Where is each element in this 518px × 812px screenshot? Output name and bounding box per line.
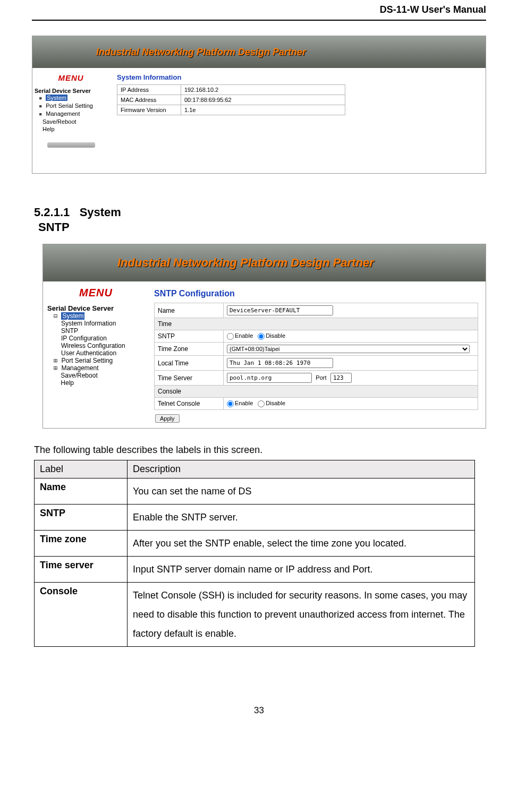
label-name: Name: [155, 303, 224, 318]
table-row: Time zoneAfter you set the SNTP enable, …: [35, 531, 475, 557]
menu-item-sntp[interactable]: SNTP: [47, 327, 145, 335]
description-table: Label Description NameYou can set the na…: [34, 460, 475, 647]
section-console: Console: [155, 386, 478, 398]
system-info-table: IP Address192.168.10.2 MAC Address00:17:…: [117, 84, 345, 115]
table-row: SNTPEnable the SNTP server.: [35, 505, 475, 531]
name-input[interactable]: [227, 305, 333, 315]
table-row: Firmware Version1.1e: [117, 105, 345, 115]
label-timezone: Time Zone: [155, 343, 224, 356]
panel-title: System Information: [117, 73, 478, 81]
screenshot-system-info: Industrial Networking Platform Design Pa…: [32, 36, 486, 174]
header-rule: [32, 20, 486, 21]
menu-item-save[interactable]: ▪ Save/Reboot: [35, 118, 107, 125]
menu-heading: Serial Device Server: [47, 304, 145, 312]
page-number: 33: [32, 705, 486, 716]
sntp-form: Name Time SNTP Enable Disable Time Zone …: [154, 303, 478, 410]
telnet-radio-group: Enable Disable: [224, 398, 478, 410]
col-header-label: Label: [35, 460, 128, 478]
timezone-select[interactable]: (GMT+08:00)Taipei: [227, 345, 470, 353]
menu-item-save[interactable]: ⊞ Save/Reboot: [47, 372, 145, 379]
section-heading: 5.2.1.1 System: [34, 206, 486, 219]
table-row: NameYou can set the name of DS: [35, 478, 475, 505]
menu-item-sysinfo[interactable]: System Information: [47, 320, 145, 327]
content-panel: System Information IP Address192.168.10.…: [109, 68, 486, 153]
label-localtime: Local Time: [155, 356, 224, 371]
table-row: IP Address192.168.10.2: [117, 85, 345, 95]
app-banner: Industrial Networking Platform Design Pa…: [32, 36, 486, 68]
menu-decoration: [47, 142, 95, 148]
sntp-radio-group: Enable Disable: [224, 330, 478, 343]
table-row: Time serverInput SNTP server domain name…: [35, 557, 475, 583]
port-input[interactable]: [330, 373, 352, 383]
menu-logo: MENU: [47, 287, 145, 299]
menu-item-mgmt[interactable]: ⊞ Management: [47, 364, 145, 372]
label-timeserver: Time Server: [155, 371, 224, 386]
col-header-desc: Description: [128, 460, 475, 478]
document-header: DS-11-W User's Manual: [32, 0, 486, 20]
menu-item-system[interactable]: ▪ System: [35, 94, 107, 102]
localtime-input[interactable]: [227, 358, 333, 368]
menu-logo: MENU: [35, 73, 107, 82]
banner-title: Industrial Networking Platform Design Pa…: [96, 47, 306, 58]
label-port: Port: [316, 374, 326, 381]
menu-item-port[interactable]: ▪ Port Serial Setting: [35, 102, 107, 110]
screenshot-sntp: Industrial Networking Platform Design Pa…: [43, 244, 486, 429]
telnet-enable-radio[interactable]: [227, 400, 234, 407]
menu-item-help[interactable]: ⊞ Help: [47, 379, 145, 387]
timeserver-input[interactable]: [227, 373, 312, 383]
section-time: Time: [155, 318, 478, 330]
content-panel: SNTP Configuration Name Time SNTP Enable…: [147, 281, 486, 428]
table-row: ConsoleTelnet Console (SSH) is included …: [35, 583, 475, 647]
menu-item-ipconf[interactable]: IP Configuration: [47, 335, 145, 342]
menu-heading: Serial Device Server: [35, 88, 107, 94]
section-subheading: SNTP: [38, 220, 486, 234]
sntp-disable-radio[interactable]: [258, 333, 265, 340]
sntp-enable-radio[interactable]: [227, 333, 234, 340]
desc-intro: The following table describes the labels…: [34, 445, 486, 456]
menu-item-mgmt[interactable]: ▪ Management: [35, 110, 107, 118]
menu-item-system[interactable]: ⊟ System: [47, 312, 145, 320]
menu-item-port[interactable]: ⊞ Port Serial Setting: [47, 357, 145, 364]
table-row: MAC Address00:17:88:69:95:62: [117, 95, 345, 105]
menu-item-help[interactable]: ▪ Help: [35, 125, 107, 133]
panel-title: SNTP Configuration: [154, 289, 478, 298]
apply-button[interactable]: Apply: [155, 414, 180, 423]
menu-item-userauth[interactable]: User Authentication: [47, 349, 145, 357]
app-banner: Industrial Networking Platform Design Pa…: [43, 244, 486, 281]
label-sntp: SNTP: [155, 330, 224, 343]
banner-title: Industrial Networking Platform Design Pa…: [117, 256, 374, 270]
nav-menu: MENU Serial Device Server ⊟ System Syste…: [43, 281, 147, 428]
menu-item-wireless[interactable]: Wireless Configuration: [47, 342, 145, 349]
nav-menu: MENU Serial Device Server ▪ System ▪ Por…: [32, 68, 109, 153]
telnet-disable-radio[interactable]: [258, 400, 265, 407]
label-telnet: Telnet Console: [155, 398, 224, 410]
